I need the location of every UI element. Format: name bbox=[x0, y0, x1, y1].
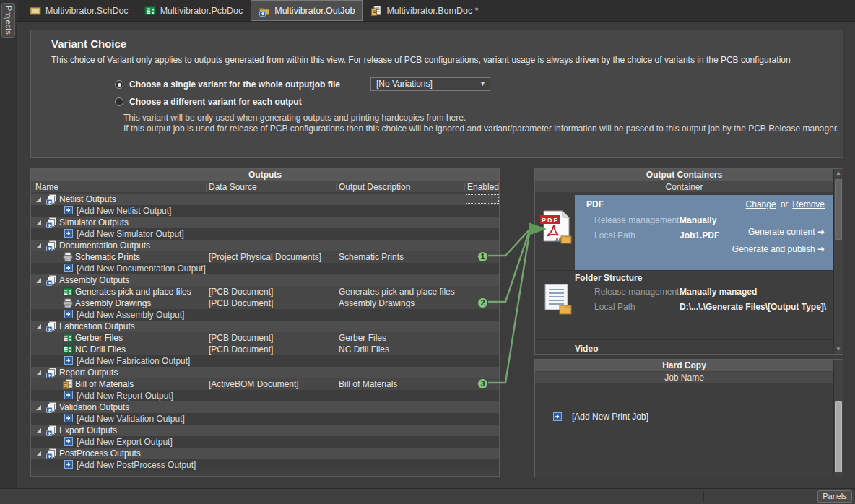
column-header-data-source[interactable]: Data Source bbox=[209, 181, 257, 193]
expand-triangle-icon[interactable] bbox=[36, 243, 41, 248]
video-section-label[interactable]: Video bbox=[575, 344, 598, 354]
tab-multivibrator-bomdoc[interactable]: Multivibrator.BomDoc * bbox=[363, 0, 486, 21]
local-path-label: Local Path bbox=[594, 302, 635, 312]
output-group-row[interactable]: Documentation Outputs bbox=[31, 240, 499, 251]
radio-unselected-icon[interactable] bbox=[115, 97, 123, 106]
output-containers-panel: Output Containers Container PDFAdobe PDF… bbox=[534, 168, 843, 355]
job-name-column-header[interactable]: Job Name bbox=[535, 372, 833, 383]
expand-triangle-icon[interactable] bbox=[36, 370, 41, 375]
output-row[interactable]: NC Drill Files[PCB Document]NC Drill Fil… bbox=[31, 344, 499, 355]
expand-triangle-icon[interactable] bbox=[36, 405, 41, 410]
add-output-row[interactable]: [Add New Report Output] bbox=[31, 390, 499, 401]
status-bar: Panels bbox=[0, 488, 855, 504]
output-data-source: [PCB Document] bbox=[209, 332, 273, 344]
scroll-down-icon[interactable]: ▼ bbox=[834, 345, 843, 354]
enabled-badge[interactable]: 2 bbox=[477, 297, 488, 308]
panels-button[interactable]: Panels bbox=[817, 490, 852, 503]
tab-multivibrator-outjob[interactable]: Multivibrator.OutJob bbox=[251, 0, 363, 21]
expand-triangle-icon[interactable] bbox=[36, 428, 41, 433]
expand-triangle-icon[interactable] bbox=[36, 220, 41, 225]
add-output-row[interactable]: [Add New Simulator Output] bbox=[31, 228, 499, 240]
output-name: Assembly Drawings bbox=[75, 297, 151, 309]
output-group-row[interactable]: Validation Outputs bbox=[31, 401, 499, 413]
output-row[interactable]: Bill of Materials[ActiveBOM Document]Bil… bbox=[31, 378, 499, 390]
folder-structure-name[interactable]: Folder Structure bbox=[575, 273, 642, 283]
local-path-value[interactable]: Job1.PDF bbox=[680, 230, 719, 240]
expand-triangle-icon[interactable] bbox=[36, 451, 41, 456]
document-tabs: Multivibrator.SchDocMultivibrator.PcbDoc… bbox=[17, 0, 855, 21]
scrollbar-thumb[interactable] bbox=[835, 401, 842, 472]
radio-single-variant[interactable]: Choose a single variant for the whole ou… bbox=[115, 79, 340, 90]
output-row[interactable]: Gerber Files[PCB Document]Gerber Files bbox=[31, 332, 499, 344]
add-output-label: [Add New Report Output] bbox=[77, 390, 173, 401]
output-group-row[interactable]: Netlist Outputs bbox=[31, 194, 499, 205]
add-output-row[interactable]: [Add New PostProcess Output] bbox=[31, 459, 499, 471]
output-containers-title: Output Containers bbox=[535, 169, 833, 181]
tab-label: Multivibrator.OutJob bbox=[274, 6, 355, 16]
outputs-rows: Netlist Outputs[Add New Netlist Output]S… bbox=[31, 194, 499, 471]
output-group-icon bbox=[46, 448, 57, 459]
pdf-container-card[interactable]: PDF ChangeorRemove Release management Ma… bbox=[575, 195, 833, 270]
scrollbar-thumb[interactable] bbox=[835, 179, 842, 240]
add-output-row[interactable]: [Add New Netlist Output] bbox=[31, 205, 499, 217]
tab-multivibrator-pcbdoc[interactable]: Multivibrator.PcbDoc bbox=[136, 0, 251, 21]
radio-selected-icon[interactable] bbox=[115, 80, 123, 89]
expand-triangle-icon[interactable] bbox=[36, 324, 41, 329]
group-label: Netlist Outputs bbox=[59, 194, 116, 205]
output-data-source: [PCB Document] bbox=[209, 297, 273, 309]
add-output-row[interactable]: [Add New Export Output] bbox=[31, 436, 499, 448]
release-management-value[interactable]: Manually managed bbox=[680, 287, 757, 297]
variant-choice-panel: Variant Choice This choice of Variant on… bbox=[30, 30, 843, 158]
add-output-row[interactable]: [Add New Assembly Output] bbox=[31, 309, 499, 321]
output-group-row[interactable]: Fabrication Outputs bbox=[31, 321, 499, 332]
output-row[interactable]: Schematic Prints[Project Physical Docume… bbox=[31, 251, 499, 263]
column-header-enabled[interactable]: Enabled bbox=[467, 181, 499, 193]
variant-note-1: This variant will be only used when gene… bbox=[123, 113, 466, 123]
remove-link[interactable]: Remove bbox=[792, 199, 825, 209]
outputs-table-title: Outputs bbox=[31, 169, 499, 181]
output-group-row[interactable]: Simulator Outputs bbox=[31, 217, 499, 228]
hard-copy-title: Hard Copy bbox=[535, 360, 833, 372]
add-output-row[interactable]: [Add New Fabrication Output] bbox=[31, 355, 499, 367]
add-icon bbox=[64, 264, 73, 272]
container-column-header[interactable]: Container bbox=[535, 181, 833, 193]
expand-triangle-icon[interactable] bbox=[36, 197, 41, 202]
variant-note-2: If this output job is used for release o… bbox=[123, 123, 839, 134]
generate-content-link[interactable]: Generate content ➜ bbox=[748, 227, 825, 237]
variant-select[interactable]: [No Variations] ▼ bbox=[370, 77, 490, 91]
column-header-name[interactable]: Name bbox=[35, 181, 58, 193]
enabled-badge[interactable]: 3 bbox=[477, 378, 488, 389]
output-group-row[interactable]: Export Outputs bbox=[31, 425, 499, 436]
containers-scrollbar[interactable]: ▲ ▼ bbox=[833, 169, 843, 354]
add-output-row[interactable]: [Add New Documentation Output] bbox=[31, 263, 499, 274]
release-management-value[interactable]: Manually bbox=[680, 215, 716, 225]
enabled-cell-focus[interactable] bbox=[466, 194, 499, 204]
hard-copy-scrollbar[interactable] bbox=[833, 360, 843, 477]
tab-multivibrator-schdoc[interactable]: Multivibrator.SchDoc bbox=[22, 0, 136, 21]
output-group-row[interactable]: PostProcess Outputs bbox=[31, 448, 499, 459]
add-output-label: [Add New PostProcess Output] bbox=[77, 459, 196, 471]
output-group-icon bbox=[46, 425, 57, 436]
generate-and-publish-link[interactable]: Generate and publish ➜ bbox=[732, 244, 825, 254]
output-group-row[interactable]: Report Outputs bbox=[31, 367, 499, 378]
expand-triangle-icon[interactable] bbox=[36, 278, 41, 283]
projects-panel-tab[interactable]: Projects bbox=[1, 3, 15, 38]
outputs-column-headers: Name Data Source Output Description Enab… bbox=[31, 181, 499, 193]
add-new-print-job-row[interactable]: [Add New Print Job] bbox=[553, 412, 648, 422]
add-icon bbox=[64, 414, 73, 422]
add-output-row[interactable]: [Add New Validation Output] bbox=[31, 413, 499, 425]
outjob-document-area: Variant Choice This choice of Variant on… bbox=[17, 21, 855, 488]
enabled-badge[interactable]: 1 bbox=[477, 251, 488, 262]
column-header-output-description[interactable]: Output Description bbox=[339, 181, 410, 193]
outputs-table: Outputs Name Data Source Output Descript… bbox=[30, 168, 500, 477]
output-row[interactable]: Assembly Drawings[PCB Document]Assembly … bbox=[31, 297, 499, 309]
output-row[interactable]: Generates pick and place files[PCB Docum… bbox=[31, 286, 499, 297]
radio-variant-per-output[interactable]: Choose a different variant for each outp… bbox=[115, 97, 302, 107]
output-group-icon bbox=[46, 240, 57, 251]
scroll-up-icon[interactable]: ▲ bbox=[834, 169, 843, 178]
local-path-value[interactable]: D:\...\.\Generate Files\[Output Type]\ bbox=[680, 302, 826, 312]
change-link[interactable]: Change bbox=[746, 199, 776, 209]
output-group-row[interactable]: Assembly Outputs bbox=[31, 274, 499, 286]
pcbdoc-icon bbox=[144, 5, 156, 17]
output-group-icon bbox=[46, 321, 57, 332]
